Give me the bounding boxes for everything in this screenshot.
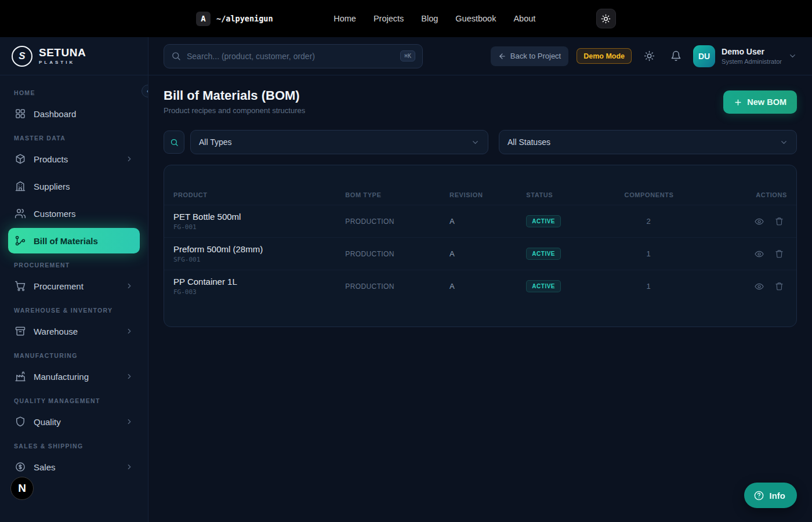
column-header-status: STATUS xyxy=(526,191,624,198)
sidebar-item-warehouse[interactable]: Warehouse xyxy=(8,318,140,344)
brand-name: SETUNA xyxy=(39,47,86,58)
site-logo[interactable]: A xyxy=(196,12,211,26)
section-title-home: HOME xyxy=(14,89,134,96)
column-header-bom-type: BOM TYPE xyxy=(345,191,449,198)
sidebar-item-manufacturing[interactable]: Manufacturing xyxy=(8,364,140,389)
new-bom-button[interactable]: New BOM xyxy=(723,90,797,114)
branch-icon xyxy=(14,235,26,246)
trash-icon xyxy=(775,282,784,291)
sidebar-item-label: Procurement xyxy=(34,281,84,291)
revision: A xyxy=(449,282,526,291)
product-code: FG-003 xyxy=(173,288,345,296)
back-to-project-button[interactable]: Back to Project xyxy=(491,46,568,66)
sun-icon xyxy=(644,50,655,61)
trash-icon xyxy=(775,217,784,226)
sidebar-item-quality[interactable]: Quality xyxy=(8,409,140,434)
plus-icon xyxy=(734,98,742,107)
section-title-manufacturing: MANUFACTURING xyxy=(14,352,134,359)
section-title-master-data: MASTER DATA xyxy=(14,135,134,142)
site-theme-toggle-button[interactable] xyxy=(596,9,616,28)
components-count: 1 xyxy=(625,282,732,291)
nav-link-guestbook[interactable]: Guestbook xyxy=(455,14,496,23)
components-count: 1 xyxy=(625,249,732,258)
chevron-right-icon xyxy=(125,463,133,471)
table-row[interactable]: PET Bottle 500ml FG-001 PRODUCTION A ACT… xyxy=(164,205,796,237)
keyboard-shortcut-badge: ⌘K xyxy=(400,50,415,61)
sidebar-item-bill-of-materials[interactable]: Bill of Materials xyxy=(8,228,140,253)
info-fab-button[interactable]: Info xyxy=(744,483,798,508)
bell-icon xyxy=(670,50,682,61)
nextjs-dev-indicator[interactable]: N xyxy=(10,477,34,500)
section-title-sales: SALES & SHIPPING xyxy=(14,443,134,449)
eye-icon xyxy=(755,282,764,291)
user-name: Demo User xyxy=(722,47,782,57)
cart-icon xyxy=(14,280,26,292)
sidebar-item-label: Dashboard xyxy=(34,109,76,119)
sidebar-item-sales[interactable]: Sales xyxy=(8,454,140,480)
table-row[interactable]: Preform 500ml (28mm) SFG-001 PRODUCTION … xyxy=(164,237,796,270)
product-code: SFG-001 xyxy=(173,256,345,263)
dashboard-icon xyxy=(14,108,26,119)
sidebar-item-dashboard[interactable]: Dashboard xyxy=(8,101,140,126)
n-glyph: N xyxy=(18,482,26,495)
sidebar-item-suppliers[interactable]: Suppliers xyxy=(8,173,140,199)
page-title: Bill of Materials (BOM) xyxy=(164,88,305,103)
user-role: System Administrator xyxy=(722,58,782,65)
app-header: ⌘K Back to Project Demo Mode xyxy=(148,37,812,75)
global-search[interactable]: ⌘K xyxy=(164,44,423,68)
type-filter-select[interactable]: All Types xyxy=(190,130,488,154)
sidebar-item-products[interactable]: Products xyxy=(8,146,140,172)
sidebar-item-label: Products xyxy=(34,154,68,164)
delete-button[interactable] xyxy=(771,278,787,295)
filter-search-button[interactable] xyxy=(164,130,184,154)
table-row[interactable]: PP Container 1L FG-003 PRODUCTION A ACTI… xyxy=(164,270,796,302)
page-content: Bill of Materials (BOM) Product recipes … xyxy=(148,75,812,522)
status-badge: ACTIVE xyxy=(526,248,561,260)
archive-icon xyxy=(14,325,26,337)
trash-icon xyxy=(775,249,784,258)
site-brand[interactable]: ~/alpyenigun xyxy=(216,14,273,23)
top-nav-links: Home Projects Blog Guestbook About xyxy=(334,14,535,23)
search-input[interactable] xyxy=(187,52,394,61)
notifications-button[interactable] xyxy=(666,47,685,66)
app-logo[interactable]: S SETUNA PLASTIK xyxy=(0,37,148,75)
sidebar: S SETUNA PLASTIK ‹ HOME Dashboard MASTER… xyxy=(0,37,148,522)
user-menu[interactable]: DU Demo User System Administrator xyxy=(693,45,797,67)
sidebar-item-procurement[interactable]: Procurement xyxy=(8,273,140,299)
user-avatar: DU xyxy=(693,45,715,67)
nav-link-blog[interactable]: Blog xyxy=(421,14,438,23)
arrow-left-icon xyxy=(498,52,506,60)
revision: A xyxy=(449,249,526,258)
sidebar-item-label: Customers xyxy=(34,209,76,219)
view-button[interactable] xyxy=(751,213,767,230)
top-navbar: A ~/alpyenigun Home Projects Blog Guestb… xyxy=(0,0,812,37)
delete-button[interactable] xyxy=(771,246,787,262)
nav-link-projects[interactable]: Projects xyxy=(374,14,404,23)
sidebar-item-label: Manufacturing xyxy=(34,372,89,382)
sidebar-item-label: Bill of Materials xyxy=(34,236,98,246)
sidebar-item-customers[interactable]: Customers xyxy=(8,201,140,226)
demo-mode-badge: Demo Mode xyxy=(577,48,632,64)
package-icon xyxy=(14,153,26,165)
view-button[interactable] xyxy=(751,246,767,262)
sidebar-item-label: Suppliers xyxy=(34,182,70,191)
bom-table-card: PRODUCT BOM TYPE REVISION STATUS COMPONE… xyxy=(164,165,797,327)
chevron-down-icon xyxy=(780,138,788,147)
product-name: PET Bottle 500ml xyxy=(173,212,345,222)
status-badge: ACTIVE xyxy=(526,280,561,292)
delete-button[interactable] xyxy=(771,213,787,230)
status-filter-select[interactable]: All Statuses xyxy=(499,130,797,154)
column-header-actions: ACTIONS xyxy=(732,191,787,198)
view-button[interactable] xyxy=(751,278,767,295)
bom-type: PRODUCTION xyxy=(345,217,449,226)
filter-bar: All Types All Statuses xyxy=(164,130,797,154)
table-header-row: PRODUCT BOM TYPE REVISION STATUS COMPONE… xyxy=(164,185,796,205)
bom-type: PRODUCTION xyxy=(345,282,449,291)
brand-subtitle: PLASTIK xyxy=(39,60,86,65)
nav-link-home[interactable]: Home xyxy=(334,14,356,23)
chevron-down-icon xyxy=(471,138,480,147)
bom-type: PRODUCTION xyxy=(345,250,449,258)
nav-link-about[interactable]: About xyxy=(513,14,535,23)
product-name: PP Container 1L xyxy=(173,277,345,287)
theme-toggle-button[interactable] xyxy=(640,47,658,66)
